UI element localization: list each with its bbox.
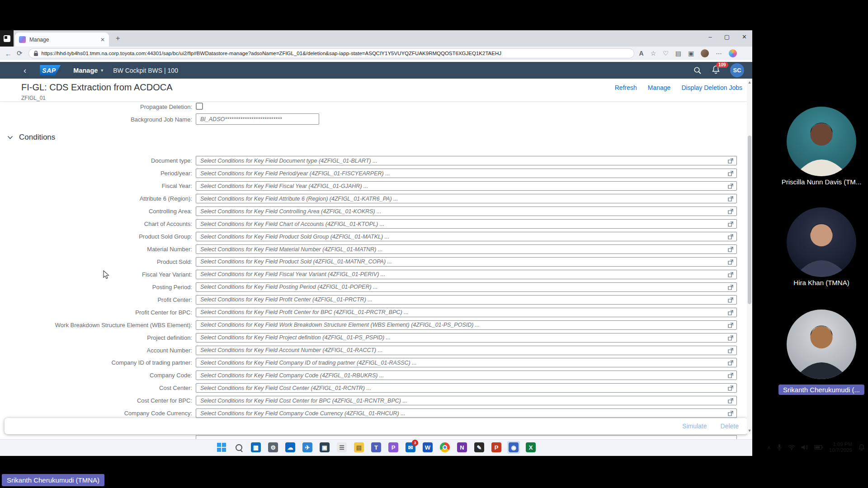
value-help-icon[interactable] (727, 372, 734, 379)
condition-input[interactable]: Select Conditions for Key Field Project … (196, 333, 737, 343)
search-icon[interactable] (232, 441, 245, 454)
taskbar-clock[interactable]: 1:09 PM 10/7/2025 (829, 441, 852, 453)
value-help-icon[interactable] (727, 322, 734, 328)
value-help-icon[interactable] (727, 310, 734, 316)
section-collapse-icon[interactable] (7, 136, 13, 140)
teams-icon[interactable]: T (370, 441, 382, 454)
value-help-icon[interactable] (727, 208, 734, 215)
hidden-icons-chevron[interactable]: ∧ (767, 445, 771, 450)
condition-input[interactable]: Select Conditions for Key Field Posting … (196, 282, 737, 292)
volume-icon[interactable] (801, 444, 808, 450)
condition-input[interactable]: Select Conditions for Key Field Profit C… (196, 308, 737, 317)
delete-button[interactable]: Delete (721, 422, 739, 430)
condition-input[interactable]: Select Conditions for Key Field Account … (196, 346, 737, 355)
settings-icon[interactable]: ⚙ (267, 441, 279, 454)
condition-input[interactable]: Select Conditions for Key Field Company … (196, 358, 737, 367)
value-help-icon[interactable] (727, 398, 734, 404)
value-help-icon[interactable] (727, 360, 734, 366)
sap-logo[interactable]: SAP (40, 65, 61, 75)
value-help-icon[interactable] (727, 170, 734, 177)
notes-icon[interactable]: ☰ (335, 441, 348, 454)
microphone-icon[interactable] (777, 444, 782, 451)
condition-input[interactable]: Select Conditions for Key Field Company … (196, 371, 737, 380)
wifi-icon[interactable] (788, 445, 795, 450)
outlook-icon[interactable]: ✉3 (404, 441, 417, 454)
condition-input[interactable]: Select Conditions for Key Field Period/y… (196, 169, 737, 178)
refresh-link[interactable]: Refresh (615, 84, 637, 91)
propagate-deletion-checkbox[interactable] (196, 103, 203, 110)
background-job-input[interactable]: BI_ADSO************************** (196, 113, 319, 125)
value-help-icon[interactable] (727, 234, 734, 240)
pen-app-icon[interactable]: ✎ (473, 441, 486, 454)
window-maximize-button[interactable]: ▢ (724, 33, 730, 40)
condition-input[interactable]: Select Conditions for Key Field Product … (196, 232, 737, 241)
browser-tab[interactable]: Manage ✕ (15, 33, 109, 47)
excel-icon[interactable]: X (524, 441, 537, 454)
address-bar[interactable]: https://hhd-tyb4hs01.tmm.na.corp.toyota.… (28, 48, 634, 58)
condition-input[interactable]: Select Conditions for Key Field Material… (196, 244, 737, 254)
value-help-icon[interactable] (727, 183, 734, 189)
split-screen-icon[interactable]: ▣ (688, 50, 694, 57)
browser-menu-icon[interactable]: ⋯ (716, 50, 722, 57)
power-automate-icon[interactable]: P (387, 441, 400, 454)
value-help-icon[interactable] (727, 410, 734, 417)
notification-bell-icon[interactable]: z (858, 444, 865, 451)
word-icon[interactable]: W (421, 441, 434, 454)
scrollbar-thumb[interactable] (748, 136, 751, 304)
condition-input[interactable]: Select Conditions for Key Field Profit C… (196, 295, 737, 305)
condition-input[interactable]: Select Conditions for Key Field Fiscal Y… (196, 270, 737, 279)
battery-icon[interactable] (814, 445, 823, 450)
remote-desktop-icon[interactable]: ▣ (318, 441, 331, 454)
window-minimize-button[interactable]: – (709, 33, 712, 40)
chrome-icon[interactable] (439, 441, 451, 454)
condition-input[interactable]: Select Conditions for Key Field Attribut… (196, 194, 737, 203)
scroll-up-icon[interactable]: ▲ (747, 80, 752, 84)
search-icon[interactable] (693, 66, 702, 75)
value-help-icon[interactable] (727, 196, 734, 202)
participant-video[interactable] (787, 207, 856, 277)
notifications-button[interactable]: 109 (712, 65, 720, 76)
value-help-icon[interactable] (727, 259, 734, 265)
value-help-icon[interactable] (727, 335, 734, 341)
value-help-icon[interactable] (727, 221, 734, 227)
powerpoint-icon[interactable]: P (490, 441, 503, 454)
teams-meeting-icon[interactable]: ◉ (507, 441, 520, 454)
condition-input[interactable]: Select Conditions for Key Field Product … (196, 257, 737, 267)
copilot-icon[interactable] (729, 49, 737, 57)
condition-input[interactable]: Select Conditions for Key Field Cost Cen… (196, 383, 737, 393)
value-help-icon[interactable] (727, 284, 734, 291)
participant-video[interactable] (787, 107, 856, 176)
mail-send-icon[interactable]: ✈ (301, 441, 314, 454)
condition-input[interactable]: Select Conditions for Key Field Company … (196, 408, 737, 418)
onedrive-icon[interactable]: ☁ (284, 441, 297, 454)
refresh-icon[interactable]: ⟳ (17, 49, 23, 57)
simulate-button[interactable]: Simulate (682, 422, 707, 430)
shell-app-menu[interactable]: Manage ▼ (73, 67, 104, 74)
condition-input[interactable]: Select Conditions for Key Field Work Bre… (196, 320, 737, 330)
onenote-icon[interactable]: N (456, 441, 468, 454)
scroll-down-icon[interactable]: ▼ (747, 428, 752, 433)
window-close-button[interactable]: ✕ (742, 33, 747, 40)
value-help-icon[interactable] (727, 385, 734, 391)
calculator-icon[interactable]: ▦ (250, 441, 262, 454)
new-tab-button[interactable]: + (116, 34, 120, 42)
back-icon[interactable]: ← (5, 50, 12, 57)
condition-input[interactable]: Select Conditions for Key Field Chart of… (196, 219, 737, 229)
display-deletion-jobs-link[interactable]: Display Deletion Jobs (681, 84, 742, 91)
manage-link[interactable]: Manage (648, 84, 671, 91)
start-icon[interactable] (215, 441, 228, 454)
condition-input[interactable]: Select Conditions for Key Field Controll… (196, 206, 737, 216)
file-explorer-icon[interactable]: ▤ (353, 441, 365, 454)
read-aloud-icon[interactable]: A (639, 50, 644, 57)
shell-back-icon[interactable]: ‹ (24, 66, 26, 75)
value-help-icon[interactable] (727, 158, 734, 164)
tab-close-icon[interactable]: ✕ (100, 37, 105, 43)
condition-input[interactable]: Select Conditions for Key Field Cost Cen… (196, 396, 737, 405)
browser-essentials-icon[interactable]: ♡ (663, 50, 669, 57)
value-help-icon[interactable] (727, 246, 734, 253)
user-avatar[interactable]: SC (730, 63, 744, 77)
tab-actions-icon[interactable] (0, 30, 14, 47)
participant-video[interactable] (787, 310, 856, 379)
value-help-icon[interactable] (727, 347, 734, 354)
condition-input[interactable]: Select Conditions for Key Field Document… (196, 156, 737, 165)
